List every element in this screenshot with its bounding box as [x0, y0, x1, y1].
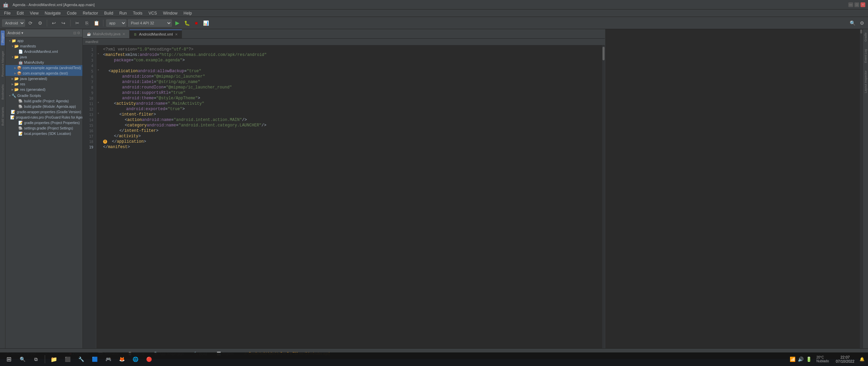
taskbar-app1[interactable]: 🔧 [75, 353, 87, 365]
tree-item-res-gen[interactable]: ▶ 📂 res (generated) [5, 87, 82, 92]
device-selector[interactable]: Pixel 4 API 32 [128, 19, 172, 27]
code-editor[interactable]: 1 2 3 4 5 6 7 8 9 10 11 12 13 14 15 16 1… [83, 45, 605, 348]
line-13: 13 [83, 112, 96, 117]
tree-item-manifests[interactable]: ▾ 📂 manifests [5, 43, 82, 49]
line-number-gutter: 1 2 3 4 5 6 7 8 9 10 11 12 13 14 15 16 1… [83, 45, 96, 348]
fold-indicators: ▾ ▾ ▾ ▾ [96, 45, 100, 348]
battery-icon[interactable]: 🔋 [806, 356, 812, 363]
resource-manager-tab[interactable]: Resource Manager [1, 49, 5, 79]
fold-btn-13[interactable]: ▾ [96, 110, 100, 116]
bookmarks-tab[interactable]: Bookmarks [1, 82, 5, 102]
tree-item-gradle-scripts[interactable]: ▾ 🔧 Gradle Scripts [5, 93, 82, 98]
taskbar-app3[interactable]: 🎮 [102, 353, 114, 365]
menu-help[interactable]: Help [181, 10, 195, 16]
menu-navigate[interactable]: Navigate [42, 10, 63, 16]
tree-item-settings-gradle[interactable]: ▶ 🐘 settings.gradle (Project Settings) [5, 125, 82, 131]
tree-item-mainactivity[interactable]: ▶ 🤖 MainActivity [5, 60, 82, 65]
ide-settings-button[interactable]: ⚙ [858, 19, 866, 27]
cut-button[interactable]: ✂ [73, 19, 81, 27]
menu-build[interactable]: Build [101, 10, 116, 16]
build-variants-tab[interactable]: Build Variants [1, 105, 5, 128]
tree-item-proguard[interactable]: ▶ 📝 proguard-rules.pro (ProGuard Rules f… [5, 115, 82, 120]
undo-button[interactable]: ↩ [50, 19, 58, 27]
title-bar-controls[interactable]: — □ ✕ [848, 2, 865, 7]
taskbar-file-explorer[interactable]: 📁 [48, 353, 60, 365]
menu-vcs[interactable]: VCS [146, 10, 160, 16]
vertical-scrollbar[interactable] [602, 45, 605, 348]
tree-item-res[interactable]: ▶ 📂 res [5, 81, 82, 87]
menu-refactor[interactable]: Refactor [80, 10, 101, 16]
fold-btn-2[interactable]: ▾ [96, 51, 100, 56]
volume-icon[interactable]: 🔊 [797, 356, 804, 363]
tab-close-android-manifest[interactable]: ✕ [175, 33, 178, 36]
sync-button[interactable]: ⟳ [26, 19, 35, 27]
taskbar-chrome[interactable]: 🌐 [129, 353, 141, 365]
taskbar-app2[interactable]: 🟦 [88, 353, 101, 365]
menu-view[interactable]: View [27, 10, 41, 16]
fold-btn-5[interactable]: ▾ [96, 67, 100, 73]
settings-button[interactable]: ⚙ [36, 19, 44, 27]
stop-button[interactable]: ■ [192, 19, 200, 27]
tab-label-android-manifest: AndroidManifest.xml [139, 32, 173, 36]
right-scroll-thumb[interactable] [860, 29, 862, 34]
close-button[interactable]: ✕ [861, 2, 865, 7]
search-button[interactable]: 🔍 [16, 353, 28, 365]
menu-code[interactable]: Code [64, 10, 79, 16]
menu-tools[interactable]: Tools [130, 10, 145, 16]
tree-label-androidtest: com.example.agenda (androidTest) [23, 66, 81, 70]
paste-button[interactable]: 📋 [92, 19, 100, 27]
run-config-selector[interactable]: app [106, 19, 126, 27]
menu-run[interactable]: Run [117, 10, 130, 16]
tree-label-build-gradle-project: build.gradle (Project: Agenda) [24, 99, 69, 103]
code-content[interactable]: <?xml version="1.0" encoding="utf-8"?> <… [100, 45, 602, 348]
taskbar-app5[interactable]: 🔴 [143, 353, 155, 365]
run-button[interactable]: ▶ [173, 19, 181, 27]
tree-item-local-props[interactable]: ▶ 📝 local.properties (SDK Location) [5, 131, 82, 136]
debug-button[interactable]: 🐛 [183, 19, 191, 27]
tree-item-androidmanifest[interactable]: ▶ 📄 AndroidManifest.xml [5, 49, 82, 54]
notifications-icon[interactable]: 🔔 [859, 356, 865, 363]
tree-item-build-gradle-module[interactable]: ▶ 🐘 build.gradle (Module: Agenda.app) [5, 104, 82, 109]
scroll-thumb[interactable] [603, 47, 605, 60]
code-line-19: </manifest> [103, 144, 599, 150]
start-button[interactable]: ⊞ [3, 353, 15, 365]
taskbar-app4[interactable]: 🦊 [116, 353, 128, 365]
minimize-button[interactable]: — [848, 2, 853, 7]
taskbar-terminal[interactable]: ⬛ [61, 353, 74, 365]
code-line-11: <activity android:name=".MainActivity" [103, 101, 599, 106]
project-tab[interactable]: Project [1, 30, 5, 45]
event-log-tab[interactable]: Event Log [864, 47, 868, 65]
tree-item-java[interactable]: ▾ 📂 java [5, 54, 82, 60]
system-clock[interactable]: 22:07 07/10/2022 [833, 355, 857, 363]
project-selector[interactable]: Android [2, 19, 25, 27]
tree-item-app[interactable]: ▾ 📁 app [5, 38, 82, 43]
tree-item-androidtest[interactable]: ▶ 📦 com.example.agenda (androidTest) [5, 65, 82, 70]
network-icon[interactable]: 📶 [789, 356, 796, 363]
right-panel-scrollbar[interactable] [860, 29, 863, 348]
gradle-tab[interactable]: Gradle [864, 30, 868, 44]
tree-item-gradle-props[interactable]: ▶ 📝 gradle.properties (Project Propertie… [5, 120, 82, 125]
fold-btn-11[interactable]: ▾ [96, 100, 100, 105]
tree-item-test[interactable]: ▶ 📦 com.example.agenda (test) [5, 70, 82, 76]
settings-icon[interactable]: ⚙ [77, 31, 80, 35]
layout-inspector-tab[interactable]: Layout Inspector [864, 68, 868, 95]
code-line-3: package="com.example.agenda"> [103, 58, 599, 63]
redo-button[interactable]: ↪ [59, 19, 67, 27]
profile-button[interactable]: 📊 [202, 19, 210, 27]
tree-item-build-gradle-project[interactable]: ▶ 🐘 build.gradle (Project: Agenda) [5, 98, 82, 104]
collapse-all-button[interactable]: ⊟ [73, 31, 76, 35]
tab-main-activity[interactable]: ☕ MainActivity.java ✕ [83, 29, 130, 38]
menu-file[interactable]: File [1, 10, 13, 16]
tree-item-java-gen[interactable]: ▶ 📂 java (generated) [5, 76, 82, 81]
search-everywhere-button[interactable]: 🔍 [848, 19, 856, 27]
taskview-button[interactable]: ⧉ [30, 353, 42, 365]
project-panel-header[interactable]: Android ▾ ⊟ ⚙ [5, 29, 82, 37]
copy-button[interactable]: ⎘ [83, 19, 91, 27]
tab-android-manifest[interactable]: 🗎 AndroidManifest.xml ✕ [130, 29, 182, 38]
menu-edit[interactable]: Edit [14, 10, 26, 16]
menu-window[interactable]: Window [160, 10, 180, 16]
breadcrumb-manifest[interactable]: manifest [85, 40, 98, 44]
maximize-button[interactable]: □ [854, 2, 859, 7]
tab-close-main-activity[interactable]: ✕ [122, 32, 125, 36]
tree-item-gradle-wrapper[interactable]: ▶ 📝 gradle-wrapper.properties (Gradle Ve… [5, 109, 82, 115]
